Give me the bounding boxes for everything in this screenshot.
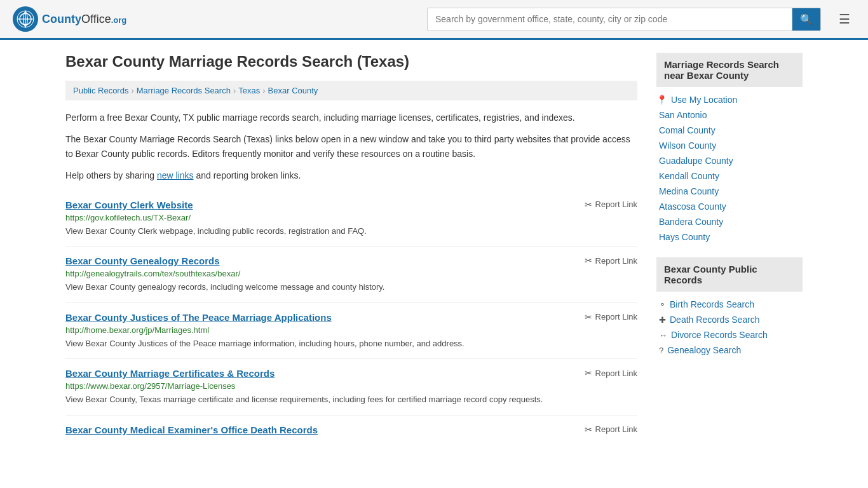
records-list: Bexar County Clerk Website ✂ Report Link… — [65, 191, 637, 447]
sidebar-nearby-item-6: Atascosa County — [659, 199, 800, 214]
sidebar-nearby-item-4: Kendall County — [659, 168, 800, 184]
report-link-0[interactable]: ✂ Report Link — [585, 200, 637, 210]
sidebar-link-birth-records[interactable]: ⚬ Birth Records Search — [659, 299, 800, 309]
sidebar-nearby-item-3: Guadalupe County — [659, 153, 800, 168]
record-desc-0: View Bexar County Clerk webpage, includi… — [65, 225, 637, 238]
sidebar-link-bandera-county[interactable]: Bandera County — [659, 217, 800, 227]
report-link-1[interactable]: ✂ Report Link — [585, 255, 637, 266]
sidebar-birth-records-item: ⚬ Birth Records Search — [659, 297, 800, 312]
breadcrumb-marriage-records[interactable]: Marriage Records Search — [137, 86, 231, 95]
use-location-button[interactable]: 📍 Use My Location — [656, 92, 803, 107]
sidebar-genealogy-item: ? Genealogy Search — [659, 342, 800, 358]
sidebar-link-guadalupe-county[interactable]: Guadalupe County — [659, 156, 800, 166]
report-icon-3: ✂ — [585, 368, 592, 378]
menu-button[interactable]: ☰ — [834, 9, 855, 29]
record-url-0: https://gov.kofiletech.us/TX-Bexar/ — [65, 213, 637, 222]
breadcrumb-sep-3: › — [262, 86, 265, 95]
record-entry-3: Bexar County Marriage Certificates & Rec… — [65, 358, 637, 415]
record-entry-4: Bexar County Medical Examiner's Office D… — [65, 415, 637, 447]
sidebar-link-hays-county[interactable]: Hays County — [659, 232, 800, 242]
sidebar-nearby-heading: Marriage Records Search near Bexar Count… — [656, 53, 803, 87]
sidebar-divorce-records-item: ↔ Divorce Records Search — [659, 327, 800, 342]
search-input[interactable] — [428, 9, 792, 29]
breadcrumb-public-records[interactable]: Public Records — [73, 86, 128, 95]
sidebar-nearby-item-5: Medina County — [659, 184, 800, 199]
sidebar-public-records-section: Bexar County Public Records ⚬ Birth Reco… — [656, 257, 803, 358]
breadcrumb: Public Records › Marriage Records Search… — [65, 81, 637, 100]
report-link-3[interactable]: ✂ Report Link — [585, 368, 637, 378]
sidebar-nearby-item-7: Bandera County — [659, 214, 800, 229]
search-container: 🔍 — [427, 8, 821, 31]
record-desc-3: View Bexar County, Texas marriage certif… — [65, 393, 637, 406]
sidebar-link-genealogy[interactable]: ? Genealogy Search — [659, 345, 800, 355]
sidebar-link-wilson-county[interactable]: Wilson County — [659, 140, 800, 151]
report-link-2[interactable]: ✂ Report Link — [585, 312, 637, 322]
site-header: CountyOffice.org 🔍 ☰ — [0, 0, 868, 40]
cross-icon: ✚ — [659, 315, 666, 325]
search-icon: 🔍 — [800, 14, 813, 25]
sidebar-nearby-list: San Antonio Comal County Wilson County G… — [656, 107, 803, 245]
record-entry-2: Bexar County Justices of The Peace Marri… — [65, 302, 637, 359]
report-link-4[interactable]: ✂ Report Link — [585, 424, 637, 435]
breadcrumb-texas[interactable]: Texas — [238, 86, 260, 95]
record-title-4[interactable]: Bexar County Medical Examiner's Office D… — [65, 424, 318, 435]
record-desc-1: View Bexar County genealogy records, inc… — [65, 281, 637, 294]
sidebar-link-san-antonio[interactable]: San Antonio — [659, 110, 800, 120]
sidebar-public-records-list: ⚬ Birth Records Search ✚ Death Records S… — [656, 297, 803, 358]
sidebar-link-medina-county[interactable]: Medina County — [659, 186, 800, 196]
breadcrumb-sep-1: › — [131, 86, 133, 95]
record-url-3: https://www.bexar.org/2957/Marriage-Lice… — [65, 381, 637, 391]
sidebar-public-records-heading: Bexar County Public Records — [656, 257, 803, 292]
person-icon: ⚬ — [659, 300, 666, 309]
record-title-3[interactable]: Bexar County Marriage Certificates & Rec… — [65, 368, 275, 379]
description-para3: Help others by sharing new links and rep… — [65, 168, 637, 182]
question-icon: ? — [659, 346, 663, 355]
sidebar-link-comal-county[interactable]: Comal County — [659, 125, 800, 135]
breadcrumb-bexar-county[interactable]: Bexar County — [268, 86, 318, 95]
sidebar-death-records-item: ✚ Death Records Search — [659, 312, 800, 327]
report-icon-2: ✂ — [585, 312, 592, 322]
sidebar-link-death-records[interactable]: ✚ Death Records Search — [659, 315, 800, 325]
record-entry-0: Bexar County Clerk Website ✂ Report Link… — [65, 191, 637, 247]
record-title-1[interactable]: Bexar County Genealogy Records — [65, 255, 220, 266]
main-container: Bexar County Marriage Records Search (Te… — [53, 40, 815, 459]
search-button[interactable]: 🔍 — [792, 8, 820, 30]
arrows-icon: ↔ — [659, 330, 667, 340]
sidebar-nearby-section: Marriage Records Search near Bexar Count… — [656, 53, 803, 245]
content-area: Bexar County Marriage Records Search (Te… — [65, 53, 637, 447]
record-url-1: http://genealogytrails.com/tex/southtexa… — [65, 269, 637, 278]
report-icon-0: ✂ — [585, 200, 592, 210]
sidebar-link-divorce-records[interactable]: ↔ Divorce Records Search — [659, 330, 800, 340]
record-desc-2: View Bexar County Justices of the Peace … — [65, 337, 637, 350]
record-title-2[interactable]: Bexar County Justices of The Peace Marri… — [65, 312, 332, 323]
record-url-2: http://home.bexar.org/jp/Marriages.html — [65, 325, 637, 335]
location-pin-icon: 📍 — [656, 95, 667, 105]
sidebar-nearby-item-8: Hays County — [659, 229, 800, 245]
sidebar-nearby-item-2: Wilson County — [659, 138, 800, 153]
hamburger-icon: ☰ — [839, 12, 850, 26]
sidebar-link-kendall-county[interactable]: Kendall County — [659, 171, 800, 181]
report-icon-4: ✂ — [585, 424, 592, 435]
site-logo[interactable]: CountyOffice.org — [13, 6, 126, 32]
sidebar: Marriage Records Search near Bexar Count… — [656, 53, 803, 447]
logo-text: CountyOffice.org — [42, 13, 126, 26]
description-para1: Perform a free Bexar County, TX public m… — [65, 111, 637, 125]
breadcrumb-sep-2: › — [233, 86, 236, 95]
record-entry-1: Bexar County Genealogy Records ✂ Report … — [65, 246, 637, 302]
page-title: Bexar County Marriage Records Search (Te… — [65, 53, 637, 71]
record-title-0[interactable]: Bexar County Clerk Website — [65, 200, 193, 210]
sidebar-nearby-item-0: San Antonio — [659, 107, 800, 123]
report-icon-1: ✂ — [585, 255, 592, 266]
sidebar-link-atascosa-county[interactable]: Atascosa County — [659, 201, 800, 212]
sidebar-nearby-item-1: Comal County — [659, 123, 800, 138]
description-para2: The Bexar County Marriage Records Search… — [65, 132, 637, 161]
logo-icon — [13, 6, 38, 32]
new-links-link[interactable]: new links — [157, 170, 194, 180]
